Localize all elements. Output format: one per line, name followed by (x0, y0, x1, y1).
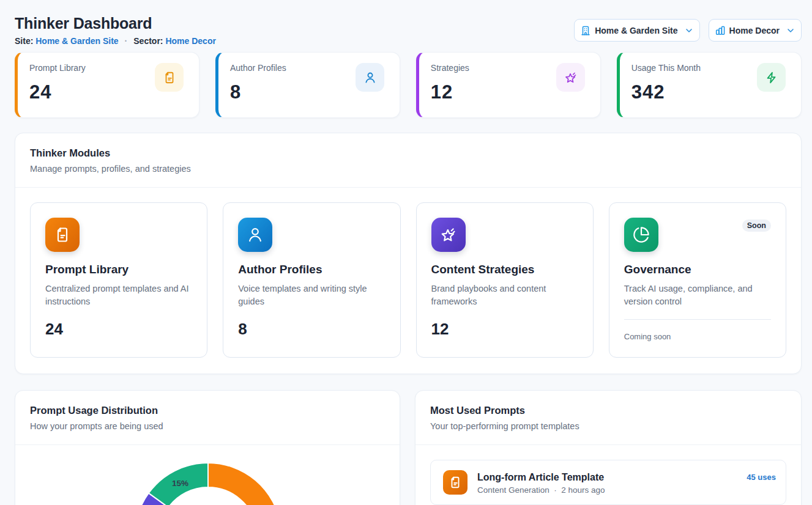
svg-text:15%: 15% (172, 479, 188, 488)
